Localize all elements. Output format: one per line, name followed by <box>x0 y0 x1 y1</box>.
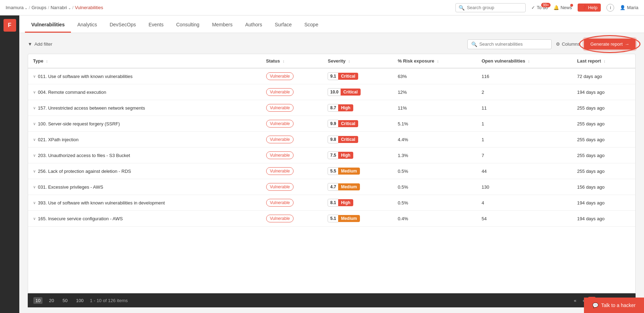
table-row[interactable]: ∨ 393. Use of software with known vulner… <box>28 195 635 211</box>
user-menu[interactable]: 👤 Maria <box>620 5 638 10</box>
risk-value-1: 12% <box>398 90 407 95</box>
search-group-container[interactable]: 🔍 <box>455 3 526 12</box>
info-icon: i <box>606 4 614 12</box>
tab-scope[interactable]: Scope <box>298 17 325 33</box>
generate-report-wrapper: Generate report → <box>584 39 636 50</box>
generate-report-button[interactable]: Generate report → <box>584 39 636 50</box>
table-row[interactable]: ∨ 165. Insecure service configuration - … <box>28 211 635 227</box>
table-row[interactable]: ∨ 203. Unauthorized access to files - S3… <box>28 148 635 163</box>
expand-icon-2[interactable]: ∨ <box>33 106 36 110</box>
expand-icon-4[interactable]: ∨ <box>33 137 36 142</box>
table-row[interactable]: ∨ 256. Lack of protection against deleti… <box>28 163 635 179</box>
cell-type-6: ∨ 256. Lack of protection against deleti… <box>28 163 261 179</box>
sort-last-icon: ↕ <box>604 59 606 63</box>
tab-analytics[interactable]: Analytics <box>71 17 103 33</box>
help-icon: ❓ <box>581 5 587 10</box>
cell-severity-4: 9.8 Critical <box>323 132 393 148</box>
breadcrumb-sep-3: / <box>72 5 74 10</box>
status-badge-8: Vulnerable <box>266 199 294 207</box>
status-badge-6: Vulnerable <box>266 167 294 175</box>
expand-icon-5[interactable]: ∨ <box>33 153 36 158</box>
cell-risk-6: 0.5% <box>393 163 477 179</box>
search-vulnerabilities-input[interactable] <box>479 41 548 47</box>
cell-severity-5: 7.5 High <box>323 148 393 163</box>
breadcrumb-narrabri[interactable]: Narrabri <box>51 5 71 10</box>
severity-label-1: Critical <box>341 89 361 96</box>
table-body: ∨ 011. Use of software with known vulner… <box>28 68 635 227</box>
table-row[interactable]: ∨ 011. Use of software with known vulner… <box>28 68 635 84</box>
tab-members[interactable]: Members <box>206 17 239 33</box>
cell-last-report-2: 255 days ago <box>572 100 635 116</box>
col-last-report[interactable]: Last report ↕ <box>572 54 635 68</box>
expand-icon-1[interactable]: ∨ <box>33 90 36 94</box>
status-badge-5: Vulnerable <box>266 151 294 159</box>
cell-type-9: ∨ 165. Insecure service configuration - … <box>28 211 261 227</box>
expand-icon-7[interactable]: ∨ <box>33 185 36 189</box>
page-size-20[interactable]: 20 <box>47 297 56 304</box>
page-size-10[interactable]: 10 <box>33 297 42 304</box>
cell-status-3: Vulnerable <box>261 116 323 132</box>
help-button[interactable]: ❓ Help <box>578 4 601 12</box>
table-row[interactable]: ∨ 004. Remote command execution Vulnerab… <box>28 84 635 100</box>
table-row[interactable]: ∨ 031. Excessive privileges - AWS Vulner… <box>28 179 635 195</box>
expand-icon-3[interactable]: ∨ <box>33 122 36 126</box>
page-size-100[interactable]: 100 <box>74 297 86 304</box>
col-risk[interactable]: % Risk exposure ↕ <box>393 54 477 68</box>
add-filter-button[interactable]: ▼ Add filter <box>28 41 52 47</box>
expand-icon-6[interactable]: ∨ <box>33 169 36 174</box>
cell-last-report-0: 72 days ago <box>572 68 635 84</box>
search-vulnerabilities-container[interactable]: 🔍 <box>467 39 552 49</box>
breadcrumb-imamura[interactable]: Imamura <box>6 5 27 10</box>
col-status-label: Status <box>266 58 280 64</box>
tab-consulting[interactable]: Consulting <box>170 17 206 33</box>
open-value-7: 130 <box>481 184 489 190</box>
cell-risk-9: 0.4% <box>393 211 477 227</box>
col-last-report-label: Last report <box>577 58 601 64</box>
info-button[interactable]: i <box>606 4 614 12</box>
todo-button[interactable]: ✓ To do 99+ <box>531 5 548 10</box>
cell-open-9: 54 <box>477 211 572 227</box>
cell-severity-9: 5.1 Medium <box>323 211 393 227</box>
tab-vulnerabilities[interactable]: Vulnerabilities <box>25 17 71 33</box>
cell-open-0: 116 <box>477 68 572 84</box>
cell-last-report-1: 194 days ago <box>572 84 635 100</box>
breadcrumb-groups[interactable]: Groups <box>32 5 47 10</box>
news-button[interactable]: 🔔 News <box>553 5 572 10</box>
table-row[interactable]: ∨ 021. XPath injection Vulnerable 9.8 Cr… <box>28 132 635 148</box>
type-text-8: 393. Use of software with known vulnerab… <box>38 200 165 206</box>
page-first-button[interactable]: « <box>571 297 579 304</box>
risk-value-9: 0.4% <box>398 216 408 221</box>
type-text-2: 157. Unrestricted access between network… <box>38 105 145 111</box>
page-size-50[interactable]: 50 <box>60 297 70 304</box>
tab-devsecops[interactable]: DevSecOps <box>103 17 142 33</box>
severity-score-5: 7.5 <box>328 151 338 159</box>
col-risk-label: % Risk exposure <box>398 58 434 64</box>
add-filter-label: Add filter <box>34 41 52 47</box>
tab-events[interactable]: Events <box>142 17 170 33</box>
cell-type-3: ∨ 100. Server-side request forgery (SSRF… <box>28 116 261 132</box>
table-row[interactable]: ∨ 100. Server-side request forgery (SSRF… <box>28 116 635 132</box>
tab-surface[interactable]: Surface <box>269 17 298 33</box>
expand-icon-8[interactable]: ∨ <box>33 201 36 205</box>
expand-icon-0[interactable]: ∨ <box>33 74 36 79</box>
breadcrumb: Imamura / Groups / Narrabri / Vulnerabil… <box>6 5 455 10</box>
search-group-input[interactable] <box>467 5 523 10</box>
breadcrumb-vulnerabilities: Vulnerabilities <box>75 5 103 10</box>
filter-icon: ▼ <box>28 41 32 47</box>
talk-to-hacker-button[interactable]: 💬 Talk to a hacker <box>584 298 644 313</box>
cell-open-7: 130 <box>477 179 572 195</box>
col-severity[interactable]: Severity ↕ <box>323 54 393 68</box>
sidebar-logo[interactable]: F <box>4 19 16 32</box>
col-open-vuln[interactable]: Open vulnerabilities ↕ <box>477 54 572 68</box>
col-type[interactable]: Type ↕ <box>28 54 261 68</box>
severity-label-3: Critical <box>338 120 358 127</box>
table-row[interactable]: ∨ 157. Unrestricted access between netwo… <box>28 100 635 116</box>
help-label: Help <box>588 5 598 10</box>
cell-type-1: ∨ 004. Remote command execution <box>28 84 261 100</box>
tab-authors[interactable]: Authors <box>239 17 268 33</box>
expand-icon-9[interactable]: ∨ <box>33 216 36 221</box>
col-status[interactable]: Status ↕ <box>261 54 323 68</box>
columns-button[interactable]: ⚙ Columns <box>556 41 580 47</box>
last-report-value-8: 194 days ago <box>577 200 605 206</box>
severity-score-3: 9.9 <box>328 120 338 128</box>
